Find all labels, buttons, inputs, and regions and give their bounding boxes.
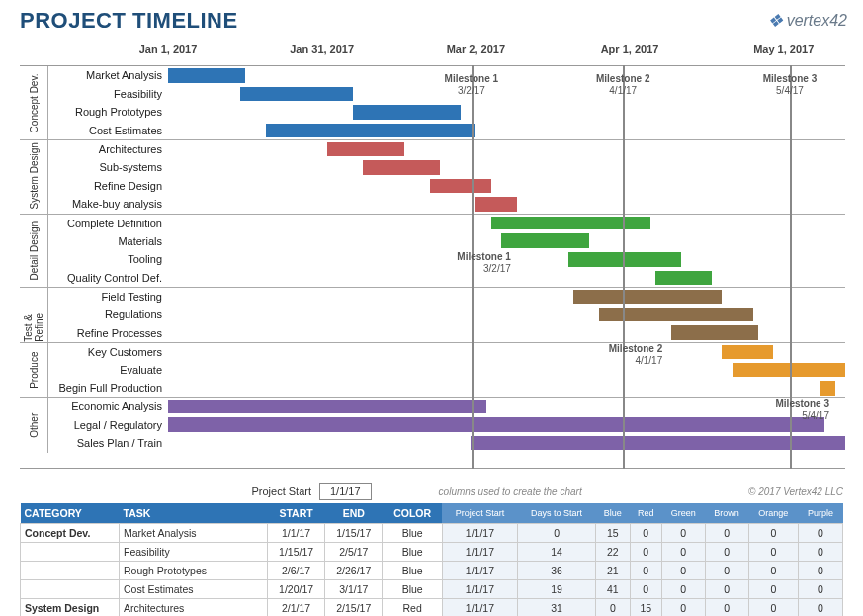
table-cell[interactable]: 0 — [748, 599, 798, 617]
table-cell[interactable]: 41 — [596, 580, 630, 599]
table-cell[interactable]: 1/15/17 — [325, 524, 383, 543]
table-cell[interactable]: 3/1/17 — [325, 580, 383, 599]
table-cell[interactable]: 0 — [630, 543, 661, 562]
table-cell[interactable]: 0 — [748, 562, 798, 580]
data-table: CATEGORYTASKSTARTENDCOLORProject StartDa… — [20, 503, 843, 616]
table-cell[interactable]: Feasibility — [120, 543, 268, 562]
table-cell[interactable]: Concept Dev. — [21, 524, 120, 543]
table-cell[interactable]: 2/1/17 — [268, 599, 325, 617]
table-cell[interactable]: 0 — [517, 524, 595, 543]
task-label: Complete Definition — [20, 218, 168, 229]
table-cell[interactable]: 15 — [596, 524, 630, 543]
table-cell[interactable]: 0 — [661, 562, 705, 580]
table-cell[interactable]: 0 — [705, 543, 748, 562]
table-cell[interactable]: 0 — [798, 599, 842, 617]
table-subheader: Days to Start — [517, 503, 595, 524]
task-row: Rough Prototypes — [20, 103, 845, 122]
table-cell[interactable]: 1/1/17 — [442, 543, 517, 562]
table-cell[interactable]: System Design — [21, 599, 120, 617]
table-cell[interactable]: Cost Estimates — [120, 580, 268, 599]
table-cell[interactable]: 2/26/17 — [325, 562, 383, 580]
table-cell[interactable]: 0 — [705, 599, 748, 617]
table-cell[interactable]: 0 — [798, 543, 842, 562]
table-cell[interactable]: 0 — [661, 580, 705, 599]
table-cell[interactable]: 0 — [661, 599, 705, 617]
table-cell[interactable]: 1/1/17 — [442, 580, 517, 599]
table-subheader: Brown — [705, 503, 748, 524]
table-cell[interactable]: 0 — [630, 524, 661, 543]
table-cell[interactable] — [21, 562, 120, 580]
table-cell[interactable]: 14 — [517, 543, 595, 562]
project-start-value[interactable]: 1/1/17 — [319, 483, 372, 500]
table-cell[interactable]: 0 — [596, 599, 630, 617]
table-cell[interactable] — [21, 580, 120, 599]
table-cell[interactable]: 36 — [517, 562, 595, 580]
table-cell[interactable]: 0 — [748, 580, 798, 599]
date-tick: Apr 1, 2017 — [601, 44, 659, 55]
table-cell[interactable]: 0 — [705, 524, 748, 543]
gantt-bar — [168, 68, 245, 83]
task-label: Evaluate — [20, 364, 168, 376]
table-cell[interactable]: 0 — [798, 580, 842, 599]
date-tick: Jan 1, 2017 — [139, 44, 198, 55]
table-cell[interactable]: 0 — [748, 543, 798, 562]
date-axis: Jan 1, 2017Jan 31, 2017Mar 2, 2017Apr 1,… — [168, 44, 845, 61]
table-cell[interactable]: 22 — [596, 543, 630, 562]
date-tick: May 1, 2017 — [753, 44, 814, 55]
table-cell[interactable]: 0 — [705, 580, 748, 599]
gantt-bar — [240, 87, 353, 102]
table-cell[interactable]: 0 — [798, 524, 842, 543]
table-cell[interactable]: 2/15/17 — [325, 599, 383, 617]
gantt-bar — [501, 233, 588, 248]
table-cell[interactable]: Blue — [383, 524, 443, 543]
table-cell[interactable]: 1/1/17 — [442, 562, 517, 580]
copyright: © 2017 Vertex42 LLC — [748, 486, 843, 497]
milestone-label: Milestone 24/1/17 — [596, 73, 649, 97]
task-label: Refine Design — [20, 180, 168, 192]
table-cell[interactable]: 1/1/17 — [442, 599, 517, 617]
table-cell[interactable]: Blue — [383, 543, 443, 562]
table-cell[interactable] — [21, 543, 120, 562]
table-cell[interactable]: 1/1/17 — [268, 524, 325, 543]
table-cell[interactable]: 0 — [630, 562, 661, 580]
table-cell[interactable]: 31 — [517, 599, 595, 617]
task-label: Cost Estimates — [20, 125, 168, 136]
table-cell[interactable]: 0 — [661, 543, 705, 562]
table-cell[interactable]: 0 — [661, 524, 705, 543]
table-cell[interactable]: Red — [383, 599, 443, 617]
gantt-bar — [353, 105, 461, 120]
table-row: Rough Prototypes2/6/172/26/17Blue1/1/173… — [21, 562, 843, 580]
table-header: COLOR — [383, 503, 443, 524]
table-cell[interactable]: 2/5/17 — [325, 543, 383, 562]
task-label: Sales Plan / Train — [20, 437, 168, 449]
logo-text: vertex42 — [787, 12, 847, 30]
table-cell[interactable]: 1/20/17 — [268, 580, 325, 599]
table-subheader: Project Start — [442, 503, 517, 524]
project-start-label: Project Start — [20, 485, 311, 497]
columns-note: columns used to create the chart — [439, 486, 582, 497]
task-row: Economic Analysis — [20, 397, 845, 416]
table-cell[interactable]: 21 — [596, 562, 630, 580]
table-cell[interactable]: 0 — [630, 580, 661, 599]
task-label: Refine Processes — [20, 327, 168, 339]
table-cell[interactable]: 2/6/17 — [268, 562, 325, 580]
task-row: Materials — [20, 231, 845, 250]
table-cell[interactable]: 1/1/17 — [442, 524, 517, 543]
table-cell[interactable]: Blue — [383, 580, 443, 599]
task-label: Sub-systems — [20, 161, 168, 173]
table-cell[interactable]: Architectures — [120, 599, 268, 617]
table-cell[interactable]: 0 — [748, 524, 798, 543]
task-label: Materials — [20, 235, 168, 247]
table-cell[interactable]: Market Analysis — [120, 524, 268, 543]
table-cell[interactable]: 19 — [517, 580, 595, 599]
table-cell[interactable]: Rough Prototypes — [120, 562, 268, 580]
table-cell[interactable]: 0 — [798, 562, 842, 580]
task-row: Architectures — [20, 139, 845, 158]
table-cell[interactable]: 15 — [630, 599, 661, 617]
table-cell[interactable]: 1/15/17 — [268, 543, 325, 562]
task-label: Architectures — [20, 143, 168, 155]
task-label: Economic Analysis — [20, 400, 168, 412]
table-subheader: Orange — [748, 503, 798, 524]
table-cell[interactable]: Blue — [383, 562, 443, 580]
table-cell[interactable]: 0 — [705, 562, 748, 580]
